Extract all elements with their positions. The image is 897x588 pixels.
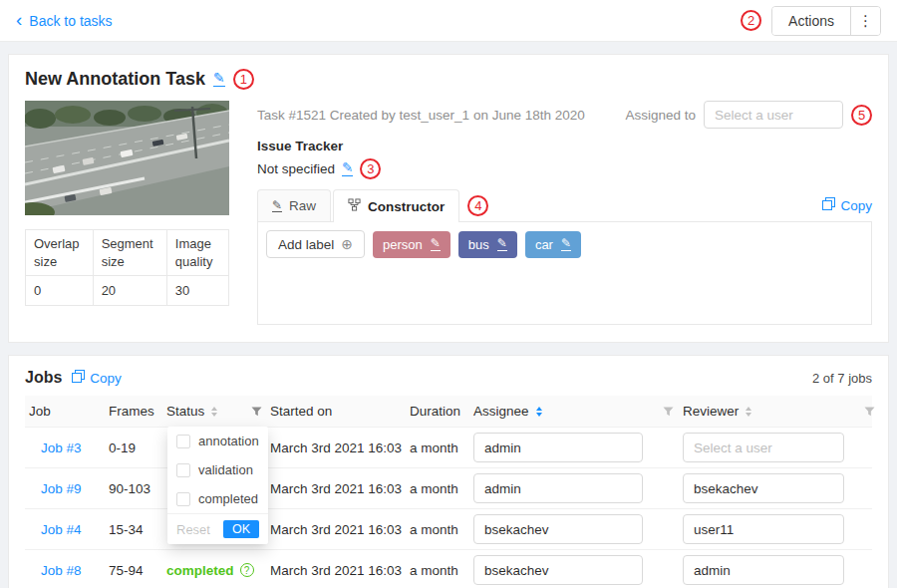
status-filter-dropdown: annotation validation completed Reset OK — [167, 427, 268, 544]
column-status-label: Status — [166, 404, 204, 419]
task-meta: Task #1521 Created by test_user_1 on Jun… — [257, 108, 585, 123]
copy-labels-label: Copy — [840, 198, 872, 213]
filter-option-completed-label: completed — [198, 491, 258, 506]
edit-issue-tracker-icon[interactable]: ✎ — [342, 161, 353, 177]
reviewer-input[interactable] — [683, 514, 844, 544]
reviewer-filter-icon[interactable] — [864, 407, 875, 417]
tab-raw[interactable]: ✎ Raw — [257, 189, 331, 221]
job-link[interactable]: Job #8 — [29, 563, 82, 578]
filter-option-annotation-label: annotation — [198, 434, 259, 448]
task-right-column: Task #1521 Created by test_user_1 on Jun… — [257, 101, 872, 325]
labels-tabs-bar: ✎ Raw Constructor 4 Copy — [257, 189, 872, 221]
assignee-filter-icon[interactable] — [663, 407, 674, 417]
job-link[interactable]: Job #9 — [29, 481, 82, 496]
job-frames: 0-19 — [105, 441, 162, 455]
labels-constructor-panel: Add label ⊕ person ✎ bus ✎ car ✎ — [257, 221, 872, 325]
filter-option-validation[interactable]: validation — [167, 455, 268, 484]
reviewer-input[interactable] — [683, 473, 844, 503]
back-to-tasks-label: Back to tasks — [29, 13, 112, 29]
add-label-text: Add label — [278, 237, 334, 252]
task-card: New Annotation Task ✎ 1 — [8, 54, 889, 343]
reviewer-input[interactable] — [683, 433, 844, 462]
assignee-sort-icon[interactable] — [536, 407, 542, 417]
status-sort-icon[interactable] — [211, 407, 217, 417]
copy-jobs-button[interactable]: Copy — [72, 370, 122, 386]
checkbox-validation[interactable] — [176, 463, 190, 477]
issue-tracker-block: Issue Tracker Not specified ✎ 3 — [257, 139, 872, 179]
topbar: ‹ Back to tasks 2 Actions ⋮ — [0, 0, 897, 42]
back-chevron-icon: ‹ — [16, 10, 22, 29]
job-started: March 3rd 2021 16:03 — [266, 441, 406, 455]
back-to-tasks-link[interactable]: ‹ Back to tasks — [16, 13, 113, 29]
job-row: Job #9 90-103 March 3rd 2021 16:03 a mon… — [25, 468, 872, 509]
task-params-table: Overlap size Segment size Image quality … — [25, 229, 229, 306]
column-assignee-label: Assignee — [473, 404, 529, 419]
job-started: March 3rd 2021 16:03 — [266, 481, 406, 496]
annotation-circle-1: 1 — [233, 69, 254, 90]
status-filter-icon[interactable] — [251, 407, 262, 417]
job-row: Job #8 75-94 completed ? March 3rd 2021 … — [25, 550, 872, 588]
param-value-quality: 30 — [166, 276, 228, 306]
reviewer-sort-icon[interactable] — [746, 407, 751, 417]
assigned-to-group: Assigned to 5 — [625, 101, 872, 129]
assignee-input[interactable] — [473, 473, 643, 503]
jobs-count: 2 of 7 jobs — [812, 371, 872, 386]
tab-constructor[interactable]: Constructor — [333, 189, 459, 222]
label-chip-bus[interactable]: bus ✎ — [458, 231, 517, 258]
question-circle-icon[interactable]: ? — [240, 563, 254, 577]
copy-icon — [72, 370, 85, 386]
filter-option-annotation[interactable]: annotation — [167, 427, 268, 455]
reviewer-input[interactable] — [683, 555, 844, 585]
more-menu-button[interactable]: ⋮ — [850, 7, 880, 35]
edit-title-icon[interactable]: ✎ — [213, 71, 225, 87]
actions-button[interactable]: Actions — [772, 7, 850, 35]
task-title-row: New Annotation Task ✎ 1 — [25, 67, 872, 91]
column-duration-label: Duration — [410, 404, 460, 419]
job-link[interactable]: Job #4 — [29, 522, 82, 537]
assignee-filter-cell — [659, 396, 679, 427]
column-reviewer[interactable]: Reviewer — [679, 396, 860, 427]
job-status: completed ? — [162, 563, 266, 578]
assignee-input[interactable] — [473, 514, 643, 544]
copy-labels-button[interactable]: Copy — [822, 197, 872, 213]
assignee-input[interactable] — [473, 433, 643, 462]
assignee-input[interactable] — [473, 555, 643, 585]
label-chip-car-name: car — [535, 237, 553, 252]
tab-constructor-label: Constructor — [368, 199, 445, 214]
column-status[interactable]: Status — [162, 396, 266, 427]
assigned-to-input[interactable] — [704, 101, 843, 129]
edit-label-icon[interactable]: ✎ — [431, 237, 441, 251]
checkbox-annotation[interactable] — [176, 435, 190, 448]
plus-circle-icon: ⊕ — [341, 237, 353, 251]
job-duration: a month — [406, 563, 469, 578]
column-reviewer-label: Reviewer — [683, 404, 739, 419]
job-link[interactable]: Job #3 — [29, 441, 82, 455]
road-scene-graphic — [25, 101, 229, 215]
filter-option-completed[interactable]: completed — [167, 484, 268, 513]
issue-tracker-value: Not specified — [257, 161, 335, 176]
checkbox-completed[interactable] — [176, 492, 190, 506]
param-header-overlap: Overlap size — [26, 230, 94, 276]
copy-icon — [822, 197, 835, 213]
ok-button[interactable]: OK — [223, 520, 259, 538]
param-header-segment: Segment size — [93, 230, 166, 276]
label-chip-car[interactable]: car ✎ — [525, 231, 581, 258]
job-frames: 15-34 — [105, 522, 162, 537]
topbar-right: 2 Actions ⋮ — [741, 6, 881, 36]
param-value-overlap: 0 — [26, 276, 94, 306]
edit-label-icon[interactable]: ✎ — [497, 237, 507, 251]
label-chip-person[interactable]: person ✎ — [373, 231, 450, 258]
column-assignee[interactable]: Assignee — [469, 396, 659, 427]
add-label-button[interactable]: Add label ⊕ — [266, 230, 365, 258]
annotation-circle-4: 4 — [467, 195, 488, 216]
job-duration: a month — [406, 481, 469, 496]
reset-button[interactable]: Reset — [176, 522, 210, 537]
edit-label-icon[interactable]: ✎ — [561, 237, 571, 251]
job-started: March 3rd 2021 16:03 — [266, 563, 406, 578]
jobs-table-header: Job Frames Status Started on Duration As… — [25, 396, 872, 428]
jobs-title: Jobs — [25, 369, 62, 387]
job-frames: 75-94 — [105, 563, 162, 578]
param-value-segment: 20 — [93, 276, 166, 306]
task-left-column: Overlap size Segment size Image quality … — [25, 101, 229, 325]
column-started: Started on — [266, 396, 406, 427]
